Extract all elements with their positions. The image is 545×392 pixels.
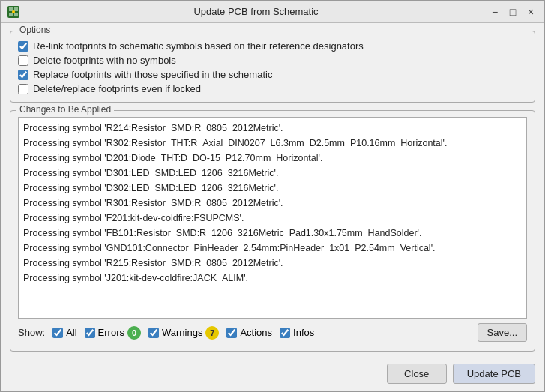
replace-row: Replace footprints with those specified … bbox=[18, 69, 527, 80]
show-warnings-item: Warnings 7 bbox=[148, 326, 219, 340]
show-warnings-checkbox[interactable] bbox=[148, 328, 159, 338]
log-line: Processing symbol 'FB101:Resistor_SMD:R_… bbox=[23, 226, 522, 241]
relink-label: Re-link footprints to schematic symbols … bbox=[33, 40, 364, 52]
delete-no-sym-row: Delete footprints with no symbols bbox=[18, 55, 527, 66]
show-actions-label: Actions bbox=[240, 327, 272, 338]
delete-no-sym-checkbox[interactable] bbox=[18, 55, 28, 66]
relink-checkbox[interactable] bbox=[18, 41, 28, 52]
options-group: Options Re-link footprints to schematic … bbox=[10, 31, 535, 103]
warnings-badge: 7 bbox=[205, 326, 219, 340]
content-area: Options Re-link footprints to schematic … bbox=[1, 23, 544, 359]
show-all-label: All bbox=[66, 327, 76, 338]
show-bar: Show: All Errors 0 Warnings 7 bbox=[18, 319, 527, 343]
log-line: Processing symbol 'R302:Resistor_THT:R_A… bbox=[23, 136, 522, 151]
footer: Close Update PCB bbox=[1, 359, 544, 391]
changes-group-label: Changes to Be Applied bbox=[16, 104, 114, 115]
svg-rect-4 bbox=[14, 13, 18, 16]
errors-badge: 0 bbox=[127, 326, 141, 340]
svg-rect-2 bbox=[14, 7, 18, 11]
show-warnings-label: Warnings bbox=[162, 327, 202, 338]
show-label: Show: bbox=[18, 327, 45, 338]
relink-row: Re-link footprints to schematic symbols … bbox=[18, 40, 527, 52]
svg-rect-1 bbox=[9, 7, 13, 11]
delete-locked-label: Delete/replace footprints even if locked bbox=[33, 83, 201, 94]
log-line: Processing symbol 'D302:LED_SMD:LED_1206… bbox=[23, 181, 522, 196]
titlebar: Update PCB from Schematic − □ × bbox=[1, 1, 544, 23]
show-actions-item: Actions bbox=[226, 327, 272, 338]
close-button[interactable]: × bbox=[523, 4, 538, 19]
show-infos-label: Infos bbox=[293, 327, 314, 338]
changes-group: Changes to Be Applied Processing symbol … bbox=[10, 110, 535, 352]
replace-checkbox[interactable] bbox=[18, 70, 28, 80]
show-errors-item: Errors 0 bbox=[85, 326, 141, 340]
show-errors-checkbox[interactable] bbox=[85, 328, 95, 338]
replace-label: Replace footprints with those specified … bbox=[33, 69, 272, 80]
changes-log[interactable]: Processing symbol 'R214:Resistor_SMD:R_0… bbox=[18, 117, 527, 319]
show-all-item: All bbox=[52, 327, 76, 338]
options-group-label: Options bbox=[16, 25, 53, 35]
show-errors-label: Errors bbox=[98, 327, 124, 338]
app-icon bbox=[7, 5, 20, 19]
svg-point-5 bbox=[12, 10, 15, 13]
window-title: Update PCB from Schematic bbox=[25, 6, 487, 17]
log-line: Processing symbol 'R215:Resistor_SMD:R_0… bbox=[23, 256, 522, 271]
log-line: Processing symbol 'D201:Diode_THT:D_DO-1… bbox=[23, 151, 522, 166]
show-infos-item: Infos bbox=[280, 327, 314, 338]
log-line: Processing symbol 'J201:kit-dev-coldfire… bbox=[23, 271, 522, 286]
log-line: Processing symbol 'F201:kit-dev-coldfire… bbox=[23, 211, 522, 226]
update-pcb-button[interactable]: Update PCB bbox=[453, 364, 535, 384]
log-line: Processing symbol 'D301:LED_SMD:LED_1206… bbox=[23, 166, 522, 181]
save-button[interactable]: Save... bbox=[478, 323, 527, 342]
show-infos-checkbox[interactable] bbox=[280, 328, 290, 338]
delete-locked-row: Delete/replace footprints even if locked bbox=[18, 83, 527, 94]
show-actions-checkbox[interactable] bbox=[226, 328, 237, 338]
main-window: Update PCB from Schematic − □ × Options … bbox=[0, 0, 545, 392]
delete-no-sym-label: Delete footprints with no symbols bbox=[33, 55, 176, 66]
minimize-button[interactable]: − bbox=[487, 4, 502, 19]
close-button[interactable]: Close bbox=[387, 364, 447, 384]
maximize-button[interactable]: □ bbox=[505, 4, 520, 19]
delete-locked-checkbox[interactable] bbox=[18, 84, 28, 94]
window-controls: − □ × bbox=[487, 4, 538, 19]
log-line: Processing symbol 'R301:Resistor_SMD:R_0… bbox=[23, 196, 522, 211]
show-all-checkbox[interactable] bbox=[52, 328, 63, 338]
log-line: Processing symbol 'R214:Resistor_SMD:R_0… bbox=[23, 121, 522, 136]
log-line: Processing symbol 'GND101:Connector_PinH… bbox=[23, 241, 522, 256]
svg-rect-3 bbox=[9, 13, 13, 16]
